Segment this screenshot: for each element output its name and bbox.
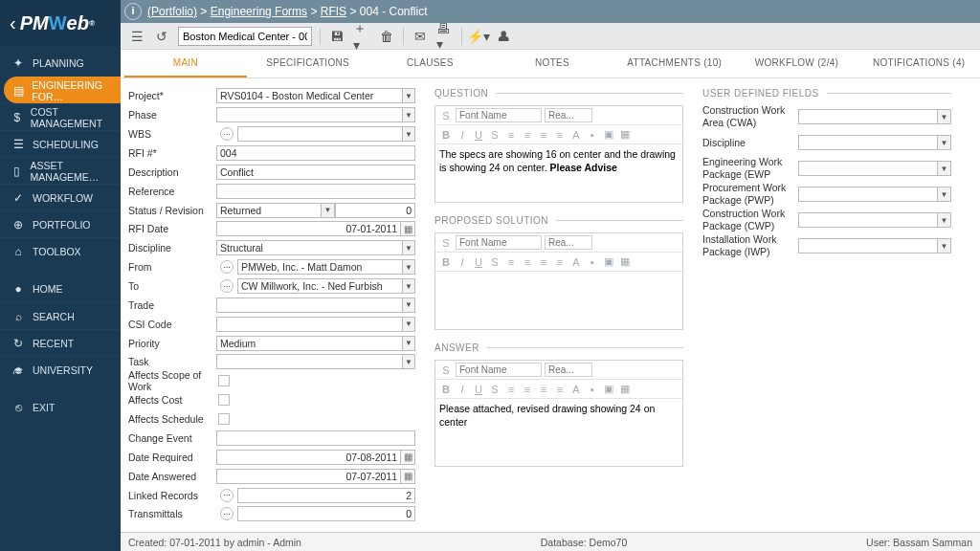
breadcrumb-portfolio[interactable]: (Portfolio) — [147, 5, 197, 18]
tab-notes[interactable]: NOTES — [491, 50, 613, 77]
bg-color-icon[interactable]: ▪ — [586, 384, 599, 395]
calendar-icon[interactable]: ▦ — [401, 450, 415, 465]
wbs-select[interactable] — [237, 126, 403, 142]
delete-icon[interactable]: 🗑︎ — [378, 28, 395, 45]
sidebar-item-university[interactable]: 🎓︎UNIVERSITY — [0, 356, 121, 383]
answer-body[interactable]: Please attached, revised drawing showing… — [435, 399, 682, 466]
transmittals-more[interactable]: ⋯ — [220, 507, 234, 520]
priority-select[interactable] — [216, 336, 403, 351]
bold-icon[interactable]: B — [439, 256, 453, 268]
sidebar-item-engineering[interactable]: ▤ENGINEERING FOR… — [4, 77, 121, 103]
revision-input[interactable] — [335, 203, 415, 218]
italic-icon[interactable]: I — [456, 384, 469, 395]
wbs-more[interactable]: ⋯ — [220, 127, 234, 141]
dropdown-icon[interactable]: ▼ — [403, 278, 415, 294]
bold-icon[interactable]: B — [439, 384, 453, 395]
date-answered-input[interactable] — [216, 469, 401, 484]
align-right-icon[interactable]: ≡ — [537, 129, 550, 141]
rfidate-input[interactable] — [216, 221, 401, 236]
record-select[interactable] — [178, 27, 312, 46]
align-center-icon[interactable]: ≡ — [521, 384, 534, 395]
bg-color-icon[interactable]: ▪ — [586, 256, 599, 268]
from-more[interactable]: ⋯ — [220, 260, 234, 274]
font-color-icon[interactable]: A — [569, 384, 583, 395]
udf-discipline-select[interactable] — [798, 135, 938, 150]
date-required-input[interactable] — [216, 450, 401, 465]
phase-select[interactable] — [216, 107, 403, 122]
align-center-icon[interactable]: ≡ — [521, 256, 534, 268]
align-justify-icon[interactable]: ≡ — [553, 129, 567, 141]
tab-clauses[interactable]: CLAUSES — [368, 50, 491, 77]
dropdown-icon[interactable]: ▼ — [403, 240, 415, 255]
font-name-select[interactable] — [456, 108, 542, 122]
font-color-icon[interactable]: A — [569, 129, 583, 141]
strike-icon[interactable]: S — [439, 110, 453, 121]
align-center-icon[interactable]: ≡ — [521, 129, 534, 141]
strike-icon[interactable]: S — [488, 384, 501, 395]
asched-checkbox[interactable] — [218, 413, 230, 425]
iwp-select[interactable] — [798, 238, 938, 253]
table-icon[interactable]: ▦ — [618, 255, 632, 268]
linked-more[interactable]: ⋯ — [220, 489, 234, 502]
dropdown-icon[interactable]: ▼ — [403, 88, 415, 103]
mail-icon[interactable]: ✉ — [412, 28, 429, 45]
dropdown-icon[interactable]: ▼ — [938, 161, 951, 176]
rfi-input[interactable] — [216, 145, 415, 161]
sidebar-item-asset[interactable]: ▯ASSET MANAGEME… — [0, 157, 121, 184]
dropdown-icon[interactable]: ▼ — [403, 317, 415, 332]
align-right-icon[interactable]: ≡ — [537, 384, 550, 395]
dropdown-icon[interactable]: ▼ — [938, 238, 951, 253]
print-icon[interactable]: 🖶︎▾ — [436, 28, 454, 45]
dropdown-icon[interactable]: ▼ — [403, 107, 415, 122]
history-icon[interactable]: ↺ — [153, 28, 170, 45]
dropdown-icon[interactable]: ▼ — [403, 298, 415, 313]
save-icon[interactable]: 💾︎ — [328, 28, 345, 45]
linked-input[interactable] — [237, 488, 415, 503]
ewp-select[interactable] — [798, 161, 938, 176]
dropdown-icon[interactable]: ▼ — [938, 135, 951, 150]
font-name-select[interactable] — [456, 363, 542, 377]
change-event-input[interactable] — [216, 430, 415, 446]
project-select[interactable] — [216, 88, 403, 103]
strike-icon[interactable]: S — [439, 237, 453, 249]
sidebar-item-scheduling[interactable]: ☰SCHEDULING — [0, 130, 121, 157]
dropdown-icon[interactable]: ▼ — [322, 203, 335, 218]
font-color-icon[interactable]: A — [569, 256, 583, 268]
tab-workflow[interactable]: WORKFLOW (2/4) — [736, 50, 858, 77]
dropdown-icon[interactable]: ▼ — [938, 187, 951, 202]
font-size-select[interactable] — [545, 363, 592, 377]
font-name-select[interactable] — [456, 235, 542, 250]
strike-icon[interactable]: S — [488, 256, 501, 268]
tab-notifications[interactable]: NOTIFICATIONS (4) — [858, 50, 980, 77]
bolt-icon[interactable]: ⚡▾ — [470, 28, 487, 45]
list-icon[interactable]: ☰ — [128, 28, 145, 45]
table-icon[interactable]: ▦ — [618, 128, 632, 141]
underline-icon[interactable]: U — [472, 384, 485, 395]
status-select[interactable] — [216, 203, 322, 218]
dropdown-icon[interactable]: ▼ — [938, 212, 951, 228]
align-left-icon[interactable]: ≡ — [504, 129, 518, 141]
font-size-select[interactable] — [545, 235, 592, 250]
dropdown-icon[interactable]: ▼ — [403, 259, 415, 275]
sidebar-item-recent[interactable]: ↻RECENT — [0, 329, 121, 356]
font-size-select[interactable] — [545, 108, 592, 122]
sidebar-item-portfolio[interactable]: ⊕PORTFOLIO — [0, 210, 121, 237]
description-input[interactable] — [216, 165, 415, 180]
transmittals-input[interactable] — [237, 506, 415, 521]
tab-main[interactable]: MAIN — [124, 50, 247, 77]
sidebar-item-planning[interactable]: ✦PLANNING — [0, 50, 121, 77]
cwp-select[interactable] — [798, 212, 938, 228]
sidebar-item-home[interactable]: ●HOME — [0, 276, 121, 302]
to-select[interactable] — [237, 278, 403, 294]
italic-icon[interactable]: I — [456, 256, 469, 268]
acost-checkbox[interactable] — [218, 394, 230, 406]
tab-attachments[interactable]: ATTACHMENTS (10) — [613, 50, 736, 77]
align-left-icon[interactable]: ≡ — [504, 256, 518, 268]
question-body[interactable]: The specs are showing 16 on center and t… — [435, 144, 682, 202]
sidebar-item-cost[interactable]: $COST MANAGEMENT — [0, 103, 121, 130]
align-justify-icon[interactable]: ≡ — [553, 384, 567, 395]
calendar-icon[interactable]: ▦ — [401, 469, 415, 484]
breadcrumb-l1[interactable]: Engineering Forms — [211, 5, 307, 18]
strike-icon[interactable]: S — [488, 129, 501, 141]
table-icon[interactable]: ▦ — [618, 383, 632, 395]
